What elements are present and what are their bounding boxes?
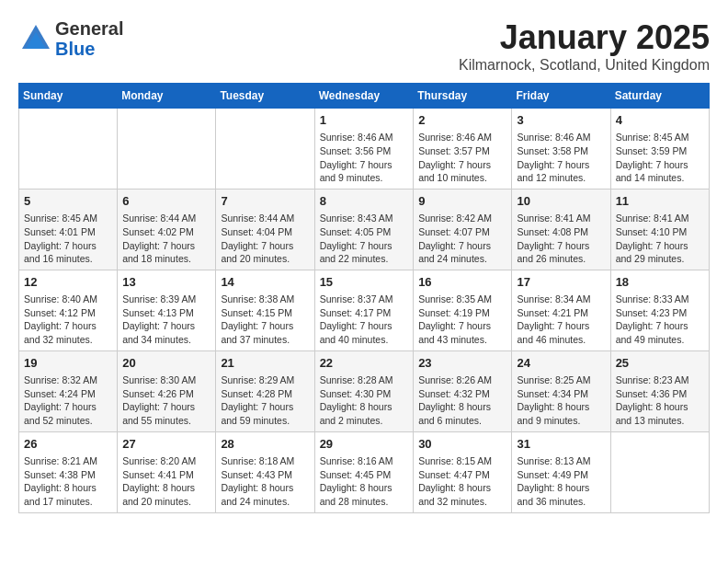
day-info: Sunrise: 8:20 AM Sunset: 4:41 PM Dayligh… [122,454,210,509]
day-number: 24 [517,355,605,372]
day-info: Sunrise: 8:39 AM Sunset: 4:13 PM Dayligh… [122,293,210,347]
day-info: Sunrise: 8:38 AM Sunset: 4:15 PM Dayligh… [221,293,309,347]
calendar-cell [610,431,709,512]
day-info: Sunrise: 8:41 AM Sunset: 4:08 PM Dayligh… [517,212,605,266]
day-number: 5 [24,193,112,210]
calendar-cell: 27Sunrise: 8:20 AM Sunset: 4:41 PM Dayli… [118,431,216,512]
day-number: 6 [122,193,210,210]
calendar-cell: 25Sunrise: 8:23 AM Sunset: 4:36 PM Dayli… [610,350,709,431]
day-number: 12 [24,274,112,291]
day-number: 27 [122,436,210,453]
calendar-cell: 24Sunrise: 8:25 AM Sunset: 4:34 PM Dayli… [512,350,610,431]
day-number: 31 [517,436,605,453]
day-info: Sunrise: 8:21 AM Sunset: 4:38 PM Dayligh… [24,454,112,509]
day-number: 30 [418,436,506,453]
day-number: 9 [418,193,506,210]
week-row-5: 26Sunrise: 8:21 AM Sunset: 4:38 PM Dayli… [19,431,710,512]
day-info: Sunrise: 8:37 AM Sunset: 4:17 PM Dayligh… [320,293,409,347]
day-info: Sunrise: 8:35 AM Sunset: 4:19 PM Dayligh… [418,293,506,347]
col-header-tuesday: Tuesday [216,84,314,109]
day-number: 8 [320,193,409,210]
week-row-4: 19Sunrise: 8:32 AM Sunset: 4:24 PM Dayli… [19,350,710,431]
col-header-saturday: Saturday [610,84,709,109]
calendar-cell: 12Sunrise: 8:40 AM Sunset: 4:12 PM Dayli… [19,270,118,350]
location: Kilmarnock, Scotland, United Kingdom [459,57,710,74]
day-info: Sunrise: 8:46 AM Sunset: 3:58 PM Dayligh… [517,131,605,185]
calendar-cell: 1Sunrise: 8:46 AM Sunset: 3:56 PM Daylig… [314,109,414,190]
day-number: 26 [24,436,112,453]
calendar-cell: 26Sunrise: 8:21 AM Sunset: 4:38 PM Dayli… [19,431,118,512]
col-header-sunday: Sunday [19,84,118,109]
calendar-table: SundayMondayTuesdayWednesdayThursdayFrid… [18,83,710,513]
day-info: Sunrise: 8:46 AM Sunset: 3:57 PM Dayligh… [418,131,506,185]
calendar-cell: 2Sunrise: 8:46 AM Sunset: 3:57 PM Daylig… [414,109,512,190]
day-info: Sunrise: 8:46 AM Sunset: 3:56 PM Dayligh… [320,131,409,185]
day-info: Sunrise: 8:44 AM Sunset: 4:04 PM Dayligh… [221,212,309,266]
calendar-cell [118,109,216,190]
calendar-cell: 5Sunrise: 8:45 AM Sunset: 4:01 PM Daylig… [19,189,118,270]
calendar-cell: 30Sunrise: 8:15 AM Sunset: 4:47 PM Dayli… [414,431,512,512]
calendar-cell [19,109,118,190]
week-row-3: 12Sunrise: 8:40 AM Sunset: 4:12 PM Dayli… [19,270,710,350]
logo-icon [18,21,53,56]
day-number: 1 [320,112,409,129]
day-info: Sunrise: 8:45 AM Sunset: 3:59 PM Dayligh… [616,131,704,185]
day-info: Sunrise: 8:40 AM Sunset: 4:12 PM Dayligh… [24,293,112,347]
calendar-cell: 19Sunrise: 8:32 AM Sunset: 4:24 PM Dayli… [19,350,118,431]
header-row: SundayMondayTuesdayWednesdayThursdayFrid… [19,84,710,109]
calendar-cell: 4Sunrise: 8:45 AM Sunset: 3:59 PM Daylig… [610,109,709,190]
calendar-cell: 22Sunrise: 8:28 AM Sunset: 4:30 PM Dayli… [314,350,414,431]
week-row-1: 1Sunrise: 8:46 AM Sunset: 3:56 PM Daylig… [19,109,710,190]
logo-general: General [55,18,123,39]
day-number: 22 [320,355,409,372]
day-info: Sunrise: 8:16 AM Sunset: 4:45 PM Dayligh… [320,454,409,509]
logo-blue: Blue [55,39,123,59]
week-row-2: 5Sunrise: 8:45 AM Sunset: 4:01 PM Daylig… [19,189,710,270]
calendar-cell: 29Sunrise: 8:16 AM Sunset: 4:45 PM Dayli… [314,431,414,512]
col-header-friday: Friday [512,84,610,109]
calendar-cell: 10Sunrise: 8:41 AM Sunset: 4:08 PM Dayli… [512,189,610,270]
day-info: Sunrise: 8:28 AM Sunset: 4:30 PM Dayligh… [320,373,409,428]
day-number: 14 [221,274,309,291]
day-number: 7 [221,193,309,210]
day-number: 11 [616,193,704,210]
day-info: Sunrise: 8:34 AM Sunset: 4:21 PM Dayligh… [517,293,605,347]
day-number: 29 [320,436,409,453]
day-number: 3 [517,112,605,129]
calendar-cell: 21Sunrise: 8:29 AM Sunset: 4:28 PM Dayli… [216,350,314,431]
day-info: Sunrise: 8:42 AM Sunset: 4:07 PM Dayligh… [418,212,506,266]
calendar-cell: 11Sunrise: 8:41 AM Sunset: 4:10 PM Dayli… [610,189,709,270]
calendar-cell: 8Sunrise: 8:43 AM Sunset: 4:05 PM Daylig… [314,189,414,270]
day-info: Sunrise: 8:15 AM Sunset: 4:47 PM Dayligh… [418,454,506,509]
calendar-cell: 9Sunrise: 8:42 AM Sunset: 4:07 PM Daylig… [414,189,512,270]
day-number: 4 [616,112,704,129]
day-number: 21 [221,355,309,372]
calendar-cell: 23Sunrise: 8:26 AM Sunset: 4:32 PM Dayli… [414,350,512,431]
calendar-cell: 3Sunrise: 8:46 AM Sunset: 3:58 PM Daylig… [512,109,610,190]
calendar-cell: 28Sunrise: 8:18 AM Sunset: 4:43 PM Dayli… [216,431,314,512]
day-info: Sunrise: 8:18 AM Sunset: 4:43 PM Dayligh… [221,454,309,509]
calendar-cell: 13Sunrise: 8:39 AM Sunset: 4:13 PM Dayli… [118,270,216,350]
day-number: 10 [517,193,605,210]
calendar-cell: 18Sunrise: 8:33 AM Sunset: 4:23 PM Dayli… [610,270,709,350]
month-title: January 2025 [459,18,710,57]
day-info: Sunrise: 8:41 AM Sunset: 4:10 PM Dayligh… [616,212,704,266]
calendar-cell: 17Sunrise: 8:34 AM Sunset: 4:21 PM Dayli… [512,270,610,350]
day-number: 15 [320,274,409,291]
col-header-wednesday: Wednesday [314,84,414,109]
day-number: 28 [221,436,309,453]
day-info: Sunrise: 8:13 AM Sunset: 4:49 PM Dayligh… [517,454,605,509]
day-number: 18 [616,274,704,291]
day-info: Sunrise: 8:32 AM Sunset: 4:24 PM Dayligh… [24,373,112,428]
day-info: Sunrise: 8:30 AM Sunset: 4:26 PM Dayligh… [122,373,210,428]
logo: General Blue [18,18,123,59]
day-info: Sunrise: 8:43 AM Sunset: 4:05 PM Dayligh… [320,212,409,266]
day-info: Sunrise: 8:44 AM Sunset: 4:02 PM Dayligh… [122,212,210,266]
day-number: 23 [418,355,506,372]
calendar-cell: 16Sunrise: 8:35 AM Sunset: 4:19 PM Dayli… [414,270,512,350]
calendar-cell: 14Sunrise: 8:38 AM Sunset: 4:15 PM Dayli… [216,270,314,350]
col-header-monday: Monday [118,84,216,109]
day-info: Sunrise: 8:25 AM Sunset: 4:34 PM Dayligh… [517,373,605,428]
calendar-cell: 20Sunrise: 8:30 AM Sunset: 4:26 PM Dayli… [118,350,216,431]
header: General Blue January 2025 Kilmarnock, Sc… [18,18,710,74]
